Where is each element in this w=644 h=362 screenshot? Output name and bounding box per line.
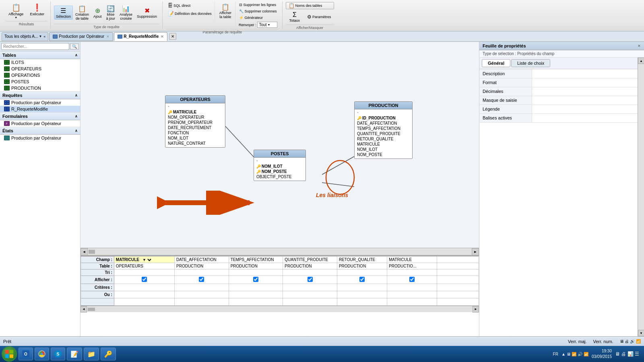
sidebar-item-operateurs[interactable]: OPERATEURS [0,66,80,72]
champ-col4[interactable]: QUANTITE_PRODUITE [283,257,337,263]
afficher-col5[interactable] [337,276,387,284]
afficher-col6[interactable] [387,276,437,284]
generateur-button[interactable]: ⚡ Générateur [237,15,279,21]
sidebar-item-postes[interactable]: POSTES [0,78,80,85]
selection-button[interactable]: ☰ Sélection [54,6,73,20]
ou-col2[interactable] [175,291,229,298]
prop-value-masque[interactable] [532,96,638,105]
table-col1[interactable]: OPERATEURS [114,263,174,269]
sidebar-item-req-modif[interactable]: R_RequeteModifie [0,106,80,112]
renvoyer-dropdown[interactable]: Tout ▼ [257,22,277,28]
prop-value-decimales[interactable] [532,87,638,96]
panel-dropdown-arrow[interactable]: ▼ [39,35,42,38]
criteres-col2[interactable] [175,284,229,291]
property-panel-close[interactable]: ✕ [638,44,641,48]
ou-col4[interactable] [283,291,337,298]
taskbar-app-outlook[interactable]: O [19,348,33,360]
tri-col4[interactable] [283,269,337,276]
criteres-col6[interactable] [387,284,437,291]
afficher-col1[interactable] [114,276,174,284]
suppr-lignes-button[interactable]: ⊟ Supprimer les lignes [237,2,279,8]
afficher-col3[interactable] [229,276,283,284]
search-button[interactable]: 🔍 [70,43,79,49]
db-table-production[interactable]: PRODUCTION * 🔑 ID_PRODUCTION DATE_AFFECT… [354,101,413,159]
collapse-button[interactable]: « [43,35,45,39]
noms-tables-button[interactable]: 📋 Noms des tables [286,2,334,9]
grid-hscroll-left[interactable]: ◄ [80,306,87,313]
formulaires-section-header[interactable]: Formulaires ∧ [0,112,80,120]
analyse-button[interactable]: 📊 Analysecroisée [118,4,134,22]
criteres-col5[interactable] [337,284,387,291]
requetes-section-header[interactable]: Requêtes ∧ [0,91,80,99]
sidebar-item-ilots[interactable]: ILOTS [0,59,80,66]
suppr-colonnes-button[interactable]: 🔧 Supprimer colonnes [237,8,279,14]
sidebar-item-form-prod-op[interactable]: F Production par Opérateur [0,120,80,127]
suppression-button[interactable]: ✖ Suppression [135,6,159,20]
criteres-col3[interactable] [229,284,283,291]
champ-col2[interactable]: DATE_AFFECTATION [175,257,229,263]
table-col2[interactable]: PRODUCTION [175,263,229,269]
tab-r-requete-modifie[interactable]: R_RequeteModifie ✕ [114,32,167,41]
db-table-postes[interactable]: POSTES * 🔑 NOM_ILOT 🔑 NOM_POSTE OBJECTIF… [254,150,306,181]
grid-hscroll-thumb[interactable] [88,308,95,311]
ou-col5[interactable] [337,291,387,298]
property-tab-general[interactable]: Général [482,59,510,67]
sql-direct-button[interactable]: 🗄 SQL direct [166,2,214,9]
tab-production-op[interactable]: Production par Opérateur ✕ [49,32,113,41]
definition-donnees-button[interactable]: 📝 Définition des données [166,10,214,17]
close-query-area-button[interactable]: ✕ [169,33,176,40]
ou-col3[interactable] [229,291,283,298]
afficher-col4[interactable] [283,276,337,284]
hscroll-thumb[interactable] [89,250,95,254]
table-col4[interactable]: PRODUCTION [283,263,337,269]
taskbar-app-chrome[interactable] [35,348,49,360]
creation-table-button[interactable]: 📋 Créationde table [73,4,91,22]
prop-value-balises[interactable] [532,113,638,122]
mise-a-jour-button[interactable]: 🔄 Miseà jour [104,4,117,22]
champ-col3[interactable]: TEMPS_AFFECTATION [229,257,283,263]
prop-value-description[interactable] [532,69,638,78]
sidebar-item-etat-prod-op[interactable]: Production par Opérateur [0,135,80,141]
hscroll-left-btn[interactable]: ◄ [80,248,88,255]
table-col5[interactable]: PRODUCTION [337,263,387,269]
db-table-operateurs[interactable]: OPERATEURS * 🔑 MATRICULE NOM_OPERATEUR P… [165,95,225,148]
search-input[interactable] [1,43,69,50]
taskbar-app-notes[interactable]: 📝 [67,348,82,360]
champ-dropdown[interactable]: ▼ [141,257,153,262]
executer-button[interactable]: ❗ Exécuter [27,2,47,20]
affichage-button[interactable]: 📋 Affichage ▼ [6,2,26,20]
totaux-button[interactable]: Σ Totaux [286,10,304,24]
ajout-button[interactable]: ⊕ Ajout [91,6,104,20]
ou-col6[interactable] [387,291,437,298]
tri-col1[interactable] [114,269,174,276]
afficher-col2[interactable] [175,276,229,284]
tri-col3[interactable] [229,269,283,276]
vpanel-scroll-up[interactable]: ▲ [638,58,644,64]
criteres-col1[interactable] [114,284,174,291]
champ-col1[interactable]: MATRICULE ▼ [114,257,174,263]
tri-col6[interactable] [387,269,437,276]
sidebar-item-req-prod-op[interactable]: Production par Opérateur [0,99,80,106]
tri-col5[interactable] [337,269,387,276]
tables-section-header[interactable]: Tables ∧ [0,51,80,59]
criteres-col4[interactable] [283,284,337,291]
prop-value-legende[interactable] [532,105,638,113]
prop-value-format[interactable] [532,78,638,87]
sidebar-item-operations[interactable]: OPERATIONS [0,72,80,78]
table-col3[interactable]: PRODUCTION [229,263,283,269]
table-col6[interactable]: PRODUCTIO... [387,263,437,269]
afficher-table-button[interactable]: 📋 Afficherla table [217,2,234,20]
sidebar-item-production[interactable]: PRODUCTION [0,85,80,91]
parametres-button[interactable]: ⚙ Paramètres [304,10,334,24]
property-tab-liste-choix[interactable]: Liste de choix [511,59,550,67]
grid-hscroll-right[interactable]: ► [473,306,479,313]
champ-col5[interactable]: RETOUR_QUALITE [337,257,387,263]
etats-section-header[interactable]: États ∧ [0,127,80,135]
taskbar-app-skype[interactable]: S [51,348,65,360]
tab-close-2[interactable]: ✕ [161,35,164,39]
hscroll-right-btn[interactable]: ► [472,248,479,255]
ou-col1[interactable] [114,291,174,298]
start-button[interactable] [2,346,17,362]
vpanel-scroll-down[interactable]: ▼ [638,330,644,336]
tri-col2[interactable] [175,269,229,276]
